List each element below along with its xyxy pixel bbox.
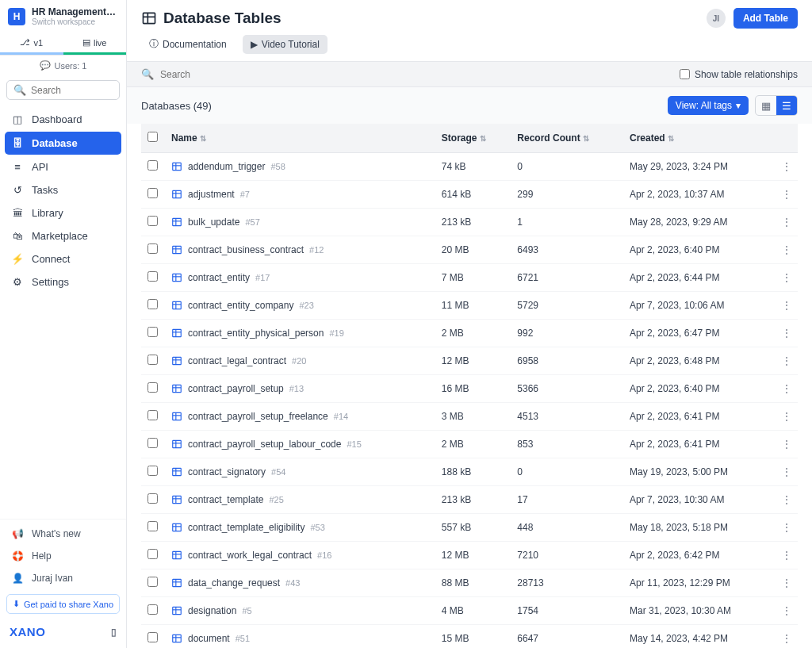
col-record-count[interactable]: Record Count⇅ [511,124,623,153]
row-checkbox[interactable] [147,604,158,615]
row-checkbox[interactable] [147,632,158,642]
row-menu-button[interactable]: ⋮ [776,458,798,486]
sidebar-search-input[interactable] [31,85,113,96]
documentation-link[interactable]: ⓘDocumentation [141,33,235,55]
user-avatar[interactable]: JI [707,9,726,28]
row-checkbox[interactable] [147,327,158,337]
row-menu-button[interactable]: ⋮ [776,153,798,181]
col-created[interactable]: Created⇅ [623,124,776,153]
collapse-icon[interactable]: ▯ [111,627,117,638]
row-menu-button[interactable]: ⋮ [776,514,798,542]
row-menu-button[interactable]: ⋮ [776,403,798,431]
row-checkbox[interactable] [147,271,158,282]
table-row[interactable]: adjustment #7614 kB299Apr 2, 2023, 10:37… [141,181,798,209]
row-menu-button[interactable]: ⋮ [776,625,798,649]
nav-user[interactable]: 👤Juraj Ivan [0,567,126,589]
row-menu-button[interactable]: ⋮ [776,264,798,292]
env-tab-v1[interactable]: ⎇ v1 [0,33,63,55]
row-checkbox[interactable] [147,382,158,393]
row-created: Apr 2, 2023, 6:48 PM [623,347,776,375]
row-checkbox[interactable] [147,299,158,309]
row-checkbox[interactable] [147,521,158,531]
table-row[interactable]: contract_signatory #54188 kB0May 19, 202… [141,458,798,486]
show-relationships-toggle[interactable]: Show table relationships [680,69,798,80]
row-menu-button[interactable]: ⋮ [776,236,798,264]
nav-database[interactable]: 🗄Database [5,132,121,155]
row-select [141,153,165,181]
nav-library[interactable]: 🏛Library [0,201,126,224]
row-menu-button[interactable]: ⋮ [776,486,798,514]
table-row[interactable]: contract_entity #177 MB6721Apr 2, 2023, … [141,264,798,292]
view-tags-label: View: All tags [676,100,732,111]
chat-icon: 💬 [40,60,51,71]
row-menu-button[interactable]: ⋮ [776,569,798,597]
table-search-input[interactable] [160,69,673,80]
table-row[interactable]: contract_entity_company #2311 MB5729Apr … [141,292,798,320]
row-menu-button[interactable]: ⋮ [776,209,798,236]
row-checkbox[interactable] [147,577,158,587]
table-row[interactable]: contract_payroll_setup_freelance #143 MB… [141,403,798,431]
row-checkbox[interactable] [147,216,158,226]
row-checkbox[interactable] [147,243,158,254]
col-storage[interactable]: Storage⇅ [435,124,511,153]
nav-tasks[interactable]: ↺Tasks [0,178,126,201]
table-row[interactable]: contract_template #25213 kB17Apr 7, 2023… [141,486,798,514]
row-checkbox[interactable] [147,355,158,365]
video-tutorial-link[interactable]: ▶Video Tutorial [243,35,327,54]
table-row[interactable]: contract_template_eligibility #53557 kB4… [141,514,798,542]
users-bar[interactable]: 💬 Users: 1 [0,56,126,75]
show-relationships-checkbox[interactable] [680,69,690,79]
col-name[interactable]: Name⇅ [165,124,435,153]
documentation-label: Documentation [163,39,227,50]
nav-whatsnew[interactable]: 📢What's new [0,523,126,545]
row-menu-button[interactable]: ⋮ [776,292,798,320]
nav-connect[interactable]: ⚡Connect [0,247,126,270]
grid-view-button[interactable]: ▦ [756,96,776,115]
select-all-checkbox[interactable] [147,132,158,142]
view-tags-button[interactable]: View: All tags▾ [668,96,749,115]
row-menu-button[interactable]: ⋮ [776,347,798,375]
table-row[interactable]: contract_payroll_setup_labour_code #152 … [141,431,798,458]
row-checkbox[interactable] [147,410,158,420]
nav-marketplace[interactable]: 🛍Marketplace [0,224,126,247]
add-table-button[interactable]: Add Table [733,8,798,29]
row-menu-button[interactable]: ⋮ [776,320,798,347]
row-storage: 2 MB [435,431,511,458]
row-menu-button[interactable]: ⋮ [776,542,798,569]
row-checkbox[interactable] [147,438,158,448]
table-row[interactable]: contract_work_legal_contract #1612 MB721… [141,542,798,569]
table-row[interactable]: contract_payroll_setup #1316 MB5366Apr 2… [141,375,798,403]
row-menu-button[interactable]: ⋮ [776,431,798,458]
share-button[interactable]: ⬇Get paid to share Xano [6,594,120,614]
nav-settings[interactable]: ⚙Settings [0,270,126,293]
row-menu-button[interactable]: ⋮ [776,375,798,403]
env-tab-live[interactable]: ▤ live [63,33,127,55]
nav-help[interactable]: 🛟Help [0,545,126,567]
row-id: #43 [285,578,300,588]
table-row[interactable]: designation #54 MB1754Mar 31, 2023, 10:3… [141,597,798,625]
table-row[interactable]: contract_legal_contract #2012 MB6958Apr … [141,347,798,375]
table-row[interactable]: document #5115 MB6647May 14, 2023, 4:42 … [141,625,798,649]
list-view-button[interactable]: ☰ [776,96,797,115]
nav-dashboard[interactable]: ◫Dashboard [0,108,126,131]
sidebar-search[interactable]: 🔍 [6,80,120,100]
table-row[interactable]: contract_business_contract #1220 MB6493A… [141,236,798,264]
row-checkbox[interactable] [147,466,158,476]
workspace-switcher[interactable]: H HR Management sy... Switch workspace [0,0,126,33]
row-record-count: 1 [511,209,623,236]
row-created: May 29, 2023, 3:24 PM [623,153,776,181]
row-checkbox[interactable] [147,549,158,559]
download-icon: ⬇ [13,599,20,609]
table-row[interactable]: bulk_update #57213 kB1May 28, 2023, 9:29… [141,209,798,236]
row-checkbox[interactable] [147,188,158,198]
row-checkbox[interactable] [147,160,158,171]
table-row[interactable]: addendum_trigger #5874 kB0May 29, 2023, … [141,153,798,181]
row-menu-button[interactable]: ⋮ [776,597,798,625]
branch-icon: ⎇ [20,37,30,48]
row-name: contract_template [188,494,263,505]
row-checkbox[interactable] [147,493,158,504]
table-row[interactable]: contract_entity_physical_person #192 MB9… [141,320,798,347]
table-row[interactable]: data_change_request #4388 MB28713Apr 11,… [141,569,798,597]
row-menu-button[interactable]: ⋮ [776,181,798,209]
nav-api[interactable]: ≡API [0,155,126,178]
